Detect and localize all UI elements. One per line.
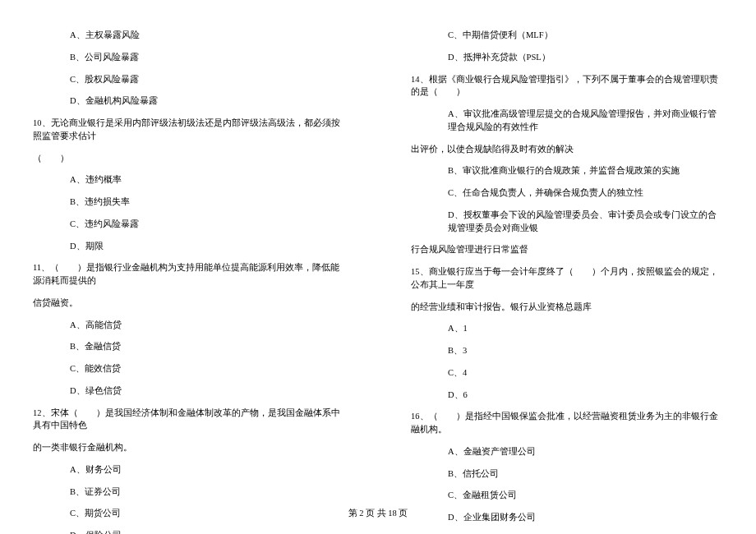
option: A、审议批准高级管理层提交的合规风险管理报告，并对商业银行管理合规风险的有效性作 xyxy=(411,108,723,134)
option: A、财务公司 xyxy=(33,463,345,476)
option: B、信托公司 xyxy=(411,467,723,481)
question: 16、（ ）是指经中国银保监会批准，以经营融资租赁业务为主的非银行金融机构。 xyxy=(411,410,723,436)
option: A、违约概率 xyxy=(33,173,345,186)
option: C、任命合规负责人，并确保合规负责人的独立性 xyxy=(411,186,723,200)
option: A、1 xyxy=(411,322,723,335)
option: B、金融信贷 xyxy=(33,340,345,353)
option-cont: 行合规风险管理进行日常监督 xyxy=(411,243,723,256)
question: 14、根据《商业银行合规风险管理指引》，下列不属于董事会的合规管理职责的是（ ） xyxy=(411,73,723,99)
option: C、违约风险暴露 xyxy=(33,218,345,231)
question: 12、宋体（ ）是我国经济体制和金融体制改革的产物，是我国金融体系中具有中国特色 xyxy=(33,407,345,433)
option-cont: 出评价，以使合规缺陷得及时有效的解决 xyxy=(411,143,723,156)
option: D、金融机构风险暴露 xyxy=(33,94,345,108)
question: 11、（ ）是指银行业金融机构为支持用能单位提高能源利用效率，降低能源消耗而提供… xyxy=(33,261,345,288)
option: B、违约损失率 xyxy=(33,196,345,209)
page-footer: 第 2 页 共 18 页 xyxy=(0,508,756,519)
option: C、能效信贷 xyxy=(33,362,345,375)
option: B、3 xyxy=(411,344,723,357)
option: D、保险公司 xyxy=(33,529,345,534)
question-cont: （ ） xyxy=(33,152,345,165)
question-cont: 信贷融资。 xyxy=(33,297,345,310)
option: B、公司风险暴露 xyxy=(33,51,345,64)
option: B、审议批准商业银行的合规政策，并监督合规政策的实施 xyxy=(411,164,723,177)
option: A、主权暴露风险 xyxy=(33,29,345,42)
question: 15、商业银行应当于每一会计年度终了（ ）个月内，按照银监会的规定，公布其上一年… xyxy=(411,265,723,292)
option: C、4 xyxy=(411,366,723,380)
page-content: A、主权暴露风险 B、公司风险暴露 C、股权风险暴露 D、金融机构风险暴露 10… xyxy=(0,0,756,534)
option: D、授权董事会下设的风险管理委员会、审计委员会或专门设立的合规管理委员会对商业银 xyxy=(411,209,723,235)
right-column: C、中期借贷便利（MLF） D、抵押补充贷款（PSL） 14、根据《商业银行合规… xyxy=(378,29,756,534)
option: D、抵押补充贷款（PSL） xyxy=(411,51,723,64)
option: A、高能信贷 xyxy=(33,319,345,332)
option: B、证券公司 xyxy=(33,486,345,499)
question-cont: 的一类非银行金融机构。 xyxy=(33,441,345,454)
option: C、金融租赁公司 xyxy=(411,489,723,502)
question-cont: 的经营业绩和审计报告。银行从业资格总题库 xyxy=(411,301,723,314)
left-column: A、主权暴露风险 B、公司风险暴露 C、股权风险暴露 D、金融机构风险暴露 10… xyxy=(0,29,378,534)
option: A、金融资产管理公司 xyxy=(411,445,723,458)
option: D、期限 xyxy=(33,240,345,253)
option: D、6 xyxy=(411,389,723,402)
option: C、中期借贷便利（MLF） xyxy=(411,29,723,42)
option: C、股权风险暴露 xyxy=(33,73,345,86)
question: 10、无论商业银行是采用内部评级法初级法还是内部评级法高级法，都必须按照监管要求… xyxy=(33,117,345,143)
option: D、绿色信贷 xyxy=(33,384,345,398)
